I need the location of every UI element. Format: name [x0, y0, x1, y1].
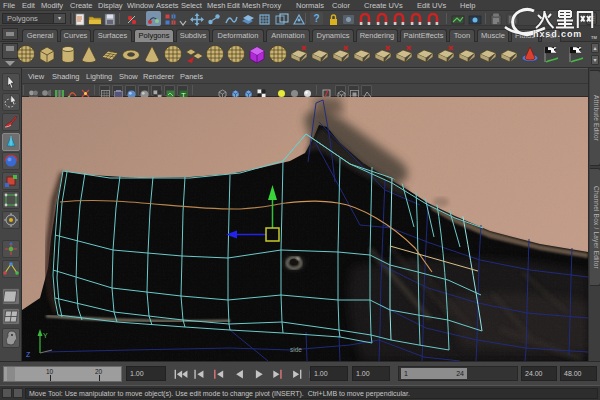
svg-text:TM: TM [591, 35, 597, 40]
svg-text:Z: Z [26, 351, 31, 358]
svg-text:hxsd.com: hxsd.com [533, 29, 582, 39]
svg-text:Y: Y [43, 332, 48, 339]
svg-text:side: side [290, 346, 302, 353]
